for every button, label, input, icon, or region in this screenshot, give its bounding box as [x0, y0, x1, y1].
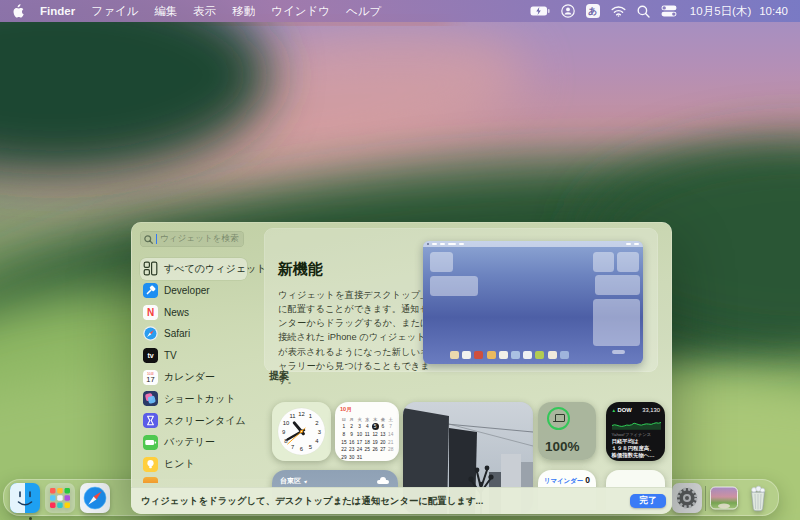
sidebar-item-label: ショートカット — [164, 392, 235, 406]
mini-widget-placeholder — [617, 252, 639, 272]
widget-gallery-sidebar: ウィジェットを検索 すべてのウィジェットDeveloperNNewsSafari… — [131, 222, 250, 487]
menu-date[interactable]: 10月5日(木) — [690, 4, 751, 19]
gallery-footer: ウィジェットをドラッグして、デスクトップまたは通知センターに配置します... 完… — [131, 487, 672, 514]
menu-bar: Finder ファイル編集表示移動ウインドウヘルプ あ — [0, 0, 800, 22]
headline-line: 日経平均は — [612, 438, 661, 445]
calendar-weekday: 金 — [379, 416, 387, 424]
sidebar-item-shortcuts[interactable]: ショートカット — [140, 388, 247, 410]
calendar-day: 3 — [356, 423, 364, 431]
text-cursor — [156, 234, 157, 244]
dock-launchpad-icon[interactable] — [45, 483, 75, 513]
dock-system-settings-icon[interactable] — [672, 483, 702, 513]
news-icon: N — [143, 305, 158, 320]
search-icon — [144, 235, 153, 244]
sidebar-item-screen-time[interactable]: スクリーンタイム — [140, 410, 247, 432]
dock-safari-icon[interactable] — [80, 483, 110, 513]
menu-item-1[interactable]: 編集 — [154, 4, 177, 19]
apple-menu-icon[interactable] — [12, 4, 24, 18]
mini-widget-placeholder — [430, 252, 453, 272]
calendar-selected-day: 5 — [372, 423, 379, 430]
search-placeholder: ウィジェットを検索 — [160, 233, 239, 245]
user-account-icon[interactable] — [561, 4, 575, 18]
dock-trash-icon[interactable] — [743, 483, 773, 513]
calendar-weekday: 火 — [356, 416, 364, 424]
calendar-weekday: 月 — [348, 416, 356, 424]
calendar-day: 9 — [348, 431, 356, 439]
svg-text:9: 9 — [282, 429, 285, 435]
mini-dock-app — [450, 351, 459, 359]
stock-news-headline: 日経平均は１９８円程度高、株価指数先物へ… — [612, 438, 661, 459]
calendar-day: 26 — [371, 446, 379, 454]
menu-item-4[interactable]: ウインドウ — [271, 4, 330, 19]
sidebar-item-label: News — [164, 307, 189, 318]
mini-dock-app — [487, 351, 496, 359]
sidebar-item-label: ヒント — [164, 457, 195, 471]
svg-text:10: 10 — [283, 420, 290, 426]
dock-divider — [705, 486, 706, 511]
sidebar-item-partial-icon[interactable] — [143, 477, 158, 483]
sidebar-item-calendar[interactable]: 10月17カレンダー — [140, 366, 247, 388]
input-source-badge[interactable]: あ — [586, 4, 600, 18]
menu-item-2[interactable]: 表示 — [193, 4, 216, 19]
calendar-day: 13 — [379, 431, 387, 439]
whats-new-title: 新機能 — [278, 260, 323, 279]
screen-time-icon — [143, 413, 158, 428]
analog-clock-face: 123456789101112 — [277, 407, 326, 456]
control-center-icon[interactable] — [661, 5, 677, 17]
sidebar-item-label: バッテリー — [164, 435, 215, 449]
calendar-day: 4 — [363, 423, 371, 431]
sidebar-category-list: すべてのウィジェットDeveloperNNewsSafaritvTV10月17カ… — [140, 258, 250, 475]
sidebar-item-developer[interactable]: Developer — [140, 280, 247, 302]
svg-text:7: 7 — [291, 444, 294, 450]
calendar-day: 24 — [356, 446, 364, 454]
stock-row: ▲ DOW 33,130 — [612, 407, 661, 413]
calendar-day: 12 — [371, 431, 379, 439]
done-button[interactable]: 完了 — [630, 494, 666, 508]
sidebar-item-tips[interactable]: ヒント — [140, 453, 247, 475]
sidebar-item-label: TV — [164, 350, 177, 361]
menu-time[interactable]: 10:40 — [759, 5, 788, 17]
mini-widget-placeholder — [430, 276, 478, 296]
mini-menubar — [423, 241, 643, 247]
widget-battery[interactable]: 100% — [538, 402, 596, 460]
calendar-grid: 日月火水木金土123456789101112131415161718192021… — [340, 416, 395, 462]
battery-charging-icon[interactable] — [530, 6, 550, 16]
svg-text:11: 11 — [290, 413, 296, 419]
calendar-weekday: 水 — [363, 416, 371, 424]
calendar-day: 25 — [363, 446, 371, 454]
wifi-icon[interactable] — [611, 6, 626, 17]
calendar-day: 17 — [356, 438, 364, 446]
mini-widget-placeholder — [593, 299, 640, 346]
mini-dock-app — [560, 351, 569, 359]
sidebar-item-tv[interactable]: tvTV — [140, 345, 247, 367]
calendar-day: 1 — [340, 423, 348, 431]
calendar-weekday: 木 — [371, 416, 379, 424]
mini-dock-app — [548, 351, 557, 359]
svg-text:2: 2 — [315, 420, 318, 426]
calendar-day: 31 — [356, 453, 364, 461]
menu-item-0[interactable]: ファイル — [91, 4, 138, 19]
spotlight-search-icon[interactable] — [637, 5, 650, 18]
calendar-day: 21 — [387, 438, 395, 446]
menu-item-3[interactable]: 移動 — [232, 4, 255, 19]
widget-search-field[interactable]: ウィジェットを検索 — [140, 231, 244, 247]
dock-wallpaper-file-icon[interactable] — [709, 483, 739, 513]
widget-gallery-panel: 新機能 ウィジェットを直接デスクトップ上に配置することができます。通知センターか… — [131, 222, 672, 514]
dock-finder-icon[interactable] — [10, 483, 40, 513]
sidebar-item-safari[interactable]: Safari — [140, 323, 247, 345]
tips-icon — [143, 457, 158, 472]
app-menu-finder[interactable]: Finder — [40, 5, 75, 17]
menu-item-5[interactable]: ヘルプ — [346, 4, 381, 19]
widget-stocks[interactable]: ▲ DOW 33,130 Yahoo!ファイナンス 日経平均は１９８円程度高、株… — [606, 402, 665, 461]
menu-items: ファイル編集表示移動ウインドウヘルプ — [91, 4, 381, 19]
mini-dock-app — [511, 351, 520, 359]
sidebar-item-all-widgets[interactable]: すべてのウィジェット — [140, 258, 247, 280]
calendar-day: 2 — [348, 423, 356, 431]
widget-calendar[interactable]: 10月 日月火水木金土12345678910111213141516171819… — [335, 402, 399, 461]
calendar-day: 6 — [379, 423, 387, 431]
sidebar-item-news[interactable]: NNews — [140, 301, 247, 323]
sidebar-item-battery[interactable]: バッテリー — [140, 432, 247, 454]
widget-clock[interactable]: 123456789101112 — [272, 402, 331, 461]
calendar-day: 28 — [387, 446, 395, 454]
calendar-day: 7 — [387, 423, 395, 431]
